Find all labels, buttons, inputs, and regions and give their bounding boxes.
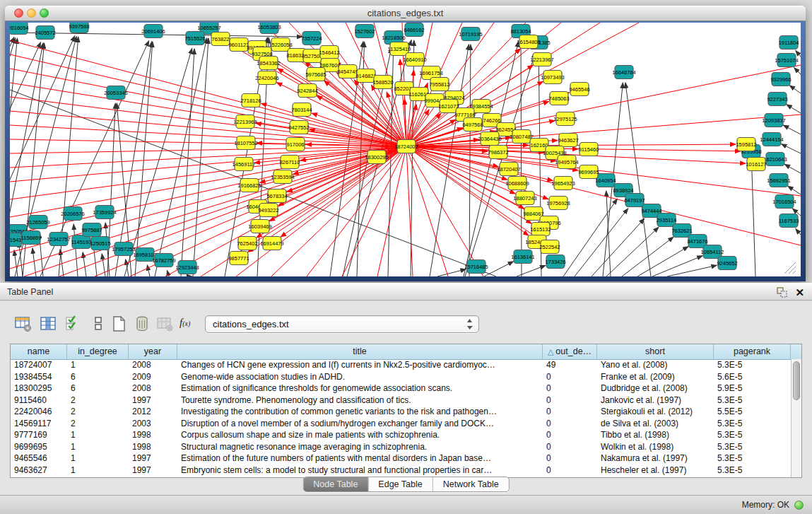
network-node-label: 1527602 [354, 28, 375, 35]
memory-status-indicator[interactable] [794, 501, 804, 510]
table-cell: Embryonic stem cells: a model to study s… [177, 465, 543, 477]
table-cell: Jankovic et al. (1997) [597, 395, 714, 407]
network-node-label: 12444154 [760, 136, 783, 143]
network-window-titlebar[interactable]: citations_edges.txt [5, 6, 806, 21]
float-window-icon[interactable] [776, 286, 788, 298]
show-columns-icon[interactable] [39, 315, 57, 333]
table-row[interactable]: 969969511998Structural magnetic resonanc… [11, 441, 791, 453]
table-cell: Genome-wide association studies in ADHD. [177, 371, 543, 383]
network-node-label: 6497568 [462, 122, 483, 128]
column-header-year[interactable]: year [129, 344, 177, 359]
table-cell: Disruption of a novel member of a sodium… [177, 418, 543, 430]
column-header-short[interactable]: short [597, 344, 714, 359]
network-canvas[interactable]: 2016054240557293975882069140610655257751… [10, 23, 801, 276]
table-panel-title: Table Panel [7, 284, 53, 300]
network-node-label: 7625402 [237, 240, 257, 247]
network-edge [10, 146, 406, 235]
table-cell: 9115460 [11, 395, 67, 407]
network-node-label: 8454749 [337, 69, 358, 75]
table-options-icon[interactable] [14, 315, 33, 333]
table-row[interactable]: 1938455462009Genome-wide association stu… [11, 371, 791, 383]
table-cell: 5.9E-5 [714, 382, 791, 395]
table-cell: 0 [543, 441, 597, 453]
tab-network-table[interactable]: Network Table [433, 477, 509, 491]
network-node-label: 10655257 [197, 25, 220, 31]
network-node-label: 18107552 [234, 140, 257, 146]
window-close-button[interactable] [14, 8, 23, 18]
table-cell: 5.3E-5 [714, 429, 791, 441]
window-minimize-button[interactable] [27, 8, 36, 18]
network-node-label: 21265059 [26, 219, 49, 226]
column-header-out_de[interactable]: △out_de… [543, 344, 597, 359]
network-node-label: 6479197 [624, 197, 645, 204]
network-node-label: 16914479 [260, 240, 283, 247]
table-cell: 18300295 [11, 382, 67, 395]
table-cell: 9465546 [11, 452, 67, 465]
column-header-name[interactable]: name [11, 344, 67, 359]
network-edge [437, 269, 466, 276]
table-row[interactable]: 977716911998Corpus callosum shape and si… [11, 429, 791, 441]
table-row[interactable]: 1872400712008Changes of HCN gene express… [11, 359, 791, 371]
network-node-label: 7803144 [291, 107, 312, 113]
network-node-label: 9427552 [288, 124, 309, 131]
network-node-label: 9329966 [770, 76, 791, 83]
column-header-pagerank[interactable]: pagerank [714, 344, 791, 359]
network-node-label: 7955812 [429, 81, 449, 88]
window-zoom-button[interactable] [40, 8, 49, 18]
table-cell: 18724007 [11, 359, 67, 371]
table-cell: 5.3E-5 [714, 465, 791, 477]
column-header-title[interactable]: title [177, 344, 543, 359]
table-row[interactable]: 2242004622012Investigating the contribut… [11, 406, 791, 418]
network-node-label: 917006 [286, 141, 304, 148]
memory-status-label: Memory: OK [742, 496, 789, 514]
merge-rows-icon[interactable] [89, 315, 107, 333]
table-row[interactable]: 1830029562008Estimation of significance … [11, 382, 791, 395]
header-scroll-corner [791, 344, 801, 359]
table-row[interactable]: 1456911722003Disruption of a novel membe… [11, 418, 791, 430]
network-node-label: 1156869 [21, 235, 42, 241]
table-cell: 1 [67, 429, 129, 441]
network-edge [789, 86, 801, 93]
network-node-label: 16648784 [612, 69, 635, 76]
table-panel-titlebar[interactable]: Table Panel ✕ [0, 283, 812, 300]
table-cell: 5.3E-5 [714, 452, 791, 465]
table-cell: 1997 [129, 452, 177, 465]
network-node-label: 1145193 [71, 239, 92, 245]
new-table-icon[interactable] [110, 315, 128, 333]
network-node-label: 18724007 [394, 144, 418, 150]
import-table-icon[interactable] [155, 315, 174, 333]
network-node-label: 10719195 [459, 31, 482, 37]
network-node-label: 1546412 [319, 49, 339, 56]
network-node-label: 12353594 [271, 174, 294, 180]
table-cell: 0 [543, 429, 597, 441]
column-header-in_degree[interactable]: in_degree [67, 344, 129, 359]
network-edge [406, 146, 801, 245]
network-node-label: 17359924 [93, 209, 116, 216]
scrollbar-thumb[interactable] [793, 361, 800, 400]
network-node-label: 20691406 [141, 28, 165, 35]
network-edge [793, 271, 796, 274]
network-node-label: 15692951 [767, 177, 790, 184]
delete-table-icon[interactable] [133, 315, 151, 333]
select-rows-icon[interactable] [64, 315, 82, 333]
network-window-title: citations_edges.txt [5, 6, 806, 21]
network-node-label: 9474444 [641, 208, 661, 214]
network-node-label: 9115460 [579, 146, 599, 153]
network-node-label: 763822 [211, 36, 229, 42]
table-selector-combobox[interactable]: citations_edges.txt [205, 315, 479, 333]
close-panel-icon[interactable]: ✕ [795, 284, 804, 300]
network-edge [592, 218, 645, 276]
table-row[interactable]: 911546021997Tourette syndrome. Phenomeno… [11, 395, 791, 407]
table-row[interactable]: 946362711997Embryonic stem cells: a mode… [11, 465, 791, 477]
tab-edge-table[interactable]: Edge Table [367, 477, 432, 491]
network-node-label: 9397588 [69, 23, 89, 30]
function-builder-icon[interactable]: f(x) [180, 317, 198, 335]
table-row[interactable]: 946554611997Estimation of the future num… [11, 452, 791, 465]
table-cell: 0 [543, 406, 597, 418]
table-cell: 5.3E-5 [714, 418, 791, 430]
table-cell: Hescheler et al. (1997) [597, 465, 714, 477]
tab-node-table[interactable]: Node Table [303, 477, 367, 491]
table-vertical-scrollbar[interactable] [791, 359, 801, 477]
table-cell: 1997 [129, 465, 177, 477]
network-node-label: 10688609 [505, 180, 529, 187]
